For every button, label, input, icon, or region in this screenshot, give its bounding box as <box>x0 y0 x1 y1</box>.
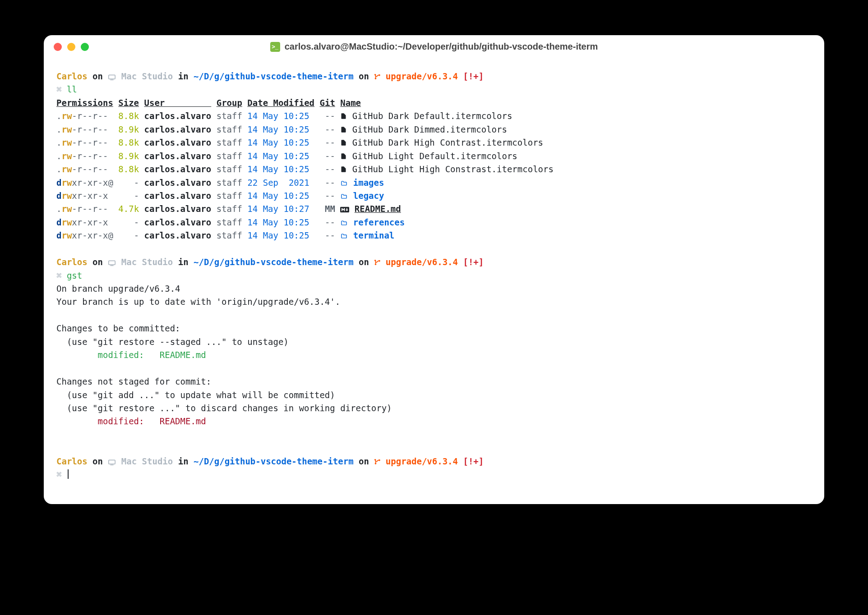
file-date: 14 May 10:25 <box>247 138 314 147</box>
ls-header-user: User <box>144 98 212 108</box>
file-name[interactable]: GitHub Light Default.itermcolors <box>352 151 517 161</box>
file-name[interactable]: GitHub Dark Dimmed.itermcolors <box>352 124 507 134</box>
file-group: staff <box>217 164 242 174</box>
ls-row: .rw-r--r-- 8.9k carlos.alvaro staff 14 M… <box>56 123 812 136</box>
perm-owner-rw: rw <box>61 178 72 188</box>
perm-type: d <box>56 217 61 227</box>
git-hint: (use "git restore --staged ..." to unsta… <box>56 335 812 349</box>
file-user: carlos.alvaro <box>144 204 212 214</box>
perm-owner-rw: rw <box>61 124 72 134</box>
file-group: staff <box>217 124 242 134</box>
git-status-col: -- <box>325 138 335 147</box>
command-text: ll <box>67 84 77 94</box>
prompt-branch: upgrade/v6.3.4 <box>386 257 458 267</box>
perm-type: . <box>56 124 61 134</box>
file-date: 14 May 10:25 <box>247 151 314 161</box>
ls-row: drwxr-xr-x - carlos.alvaro staff 14 May … <box>56 189 812 202</box>
git-status-col: -- <box>325 230 335 240</box>
prompt-host: Mac Studio <box>121 71 173 81</box>
git-to-commit-header: Changes to be committed: <box>56 322 812 335</box>
file-size: 8.8k <box>118 111 139 121</box>
command-line[interactable]: ⌘ <box>56 468 812 481</box>
command-symbol-icon: ⌘ <box>56 469 61 479</box>
command-line[interactable]: ⌘ ll <box>56 83 812 96</box>
command-line[interactable]: ⌘ gst <box>56 269 812 282</box>
file-user: carlos.alvaro <box>144 230 212 240</box>
file-name[interactable]: GitHub Light High Constrast.itermcolors <box>352 164 554 174</box>
file-name[interactable]: terminal <box>353 230 395 240</box>
git-status-col: MM <box>325 204 335 214</box>
perm-rest: -r--r-- <box>72 164 108 174</box>
file-name[interactable]: GitHub Dark Default.itermcolors <box>352 111 512 121</box>
file-name[interactable]: references <box>353 217 405 227</box>
terminal-window: >_ carlos.alvaro@MacStudio:~/Developer/g… <box>44 35 824 504</box>
git-status-col: -- <box>325 151 335 161</box>
git-status-col: -- <box>325 191 335 201</box>
perm-owner-rw: rw <box>61 204 72 214</box>
perm-rest: xr-xr-x <box>72 178 108 188</box>
file-group: staff <box>217 178 242 188</box>
file-name[interactable]: README.md <box>355 204 401 214</box>
ls-row: .rw-r--r-- 8.8k carlos.alvaro staff 14 M… <box>56 110 812 123</box>
folder-icon <box>340 216 348 229</box>
perm-owner-rw: rw <box>61 151 72 161</box>
zoom-icon[interactable] <box>81 43 89 51</box>
git-staged-file: modified: README.md <box>56 349 812 362</box>
prompt-user: Carlos <box>56 257 88 267</box>
markdown-icon <box>340 202 349 216</box>
ls-header-group: Group <box>217 98 242 108</box>
file-group: staff <box>217 138 242 147</box>
file-icon <box>340 150 347 163</box>
file-group: staff <box>217 230 242 240</box>
file-date: 14 May 10:25 <box>247 217 314 227</box>
file-date: 14 May 10:25 <box>247 230 314 240</box>
git-status-col: -- <box>325 124 335 134</box>
window-title: >_ carlos.alvaro@MacStudio:~/Developer/g… <box>53 41 815 52</box>
close-icon[interactable] <box>54 43 62 51</box>
perm-rest: xr-xr-x <box>72 217 108 227</box>
perm-rest: -r--r-- <box>72 204 108 214</box>
perm-owner-rw: rw <box>61 111 72 121</box>
prompt-host: Mac Studio <box>121 456 173 466</box>
prompt-path: ~/D/g/github-vscode-theme-iterm <box>194 71 354 81</box>
titlebar: >_ carlos.alvaro@MacStudio:~/Developer/g… <box>44 35 824 56</box>
perm-owner-rw: rw <box>61 138 72 147</box>
file-name[interactable]: GitHub Dark High Contrast.itermcolors <box>352 138 543 147</box>
host-icon <box>108 256 116 269</box>
minimize-icon[interactable] <box>67 43 75 51</box>
git-branch-line: On branch upgrade/v6.3.4 <box>56 282 812 295</box>
ls-row: .rw-r--r-- 8.9k carlos.alvaro staff 14 M… <box>56 150 812 163</box>
perm-rest: xr-xr-x <box>72 191 108 201</box>
terminal-content[interactable]: Carlos on Mac Studio in ~/D/g/github-vsc… <box>44 56 824 504</box>
folder-icon <box>340 189 348 202</box>
file-icon <box>340 136 347 149</box>
git-status-col: -- <box>325 217 335 227</box>
ls-header-date: Date Modified <box>247 98 314 108</box>
file-date: 14 May 10:27 <box>247 204 314 214</box>
file-date: 14 May 10:25 <box>247 164 314 174</box>
file-user: carlos.alvaro <box>144 217 212 227</box>
ls-row: drwxr-xr-x - carlos.alvaro staff 14 May … <box>56 216 812 229</box>
prompt-user: Carlos <box>56 456 88 466</box>
perm-rest: -r--r-- <box>72 138 108 147</box>
prompt-line: Carlos on Mac Studio in ~/D/g/github-vsc… <box>56 256 812 269</box>
prompt-path: ~/D/g/github-vscode-theme-iterm <box>194 456 354 466</box>
file-user: carlos.alvaro <box>144 138 212 147</box>
ls-header-git: Git <box>320 98 335 108</box>
prompt-line: Carlos on Mac Studio in ~/D/g/github-vsc… <box>56 455 812 468</box>
file-date: 22 Sep 2021 <box>247 178 314 188</box>
file-user: carlos.alvaro <box>144 124 212 134</box>
file-name[interactable]: images <box>353 178 384 188</box>
file-icon <box>340 110 347 123</box>
file-size: 4.7k <box>118 204 139 214</box>
file-size: - <box>118 217 139 227</box>
file-user: carlos.alvaro <box>144 111 212 121</box>
window-title-text: carlos.alvaro@MacStudio:~/Developer/gith… <box>285 41 598 52</box>
file-date: 14 May 10:25 <box>247 124 314 134</box>
prompt-branch: upgrade/v6.3.4 <box>386 71 458 81</box>
git-branch-icon <box>374 455 380 468</box>
prompt-branch: upgrade/v6.3.4 <box>386 456 458 466</box>
ls-row: drwxr-xr-x@ - carlos.alvaro staff 14 May… <box>56 229 812 242</box>
file-name[interactable]: legacy <box>353 191 384 201</box>
perm-rest: xr-xr-x <box>72 230 108 240</box>
